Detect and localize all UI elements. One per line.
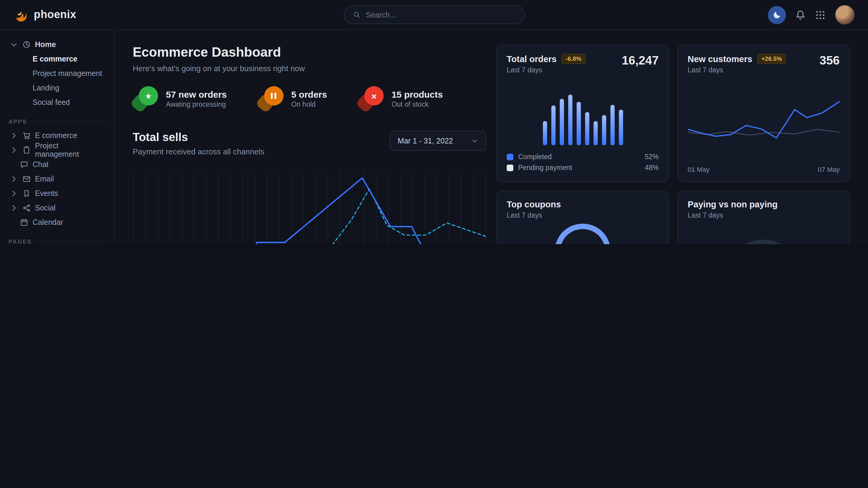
- total-orders-badge: -6.8%: [561, 54, 585, 64]
- total-sells-chart: 01 May15 May30 May: [133, 169, 486, 244]
- legend-label: Completed: [518, 153, 552, 160]
- stat-out-of-stock: ×15 productsOut of stock: [358, 86, 443, 110]
- legend-label: Pending payment: [518, 164, 572, 171]
- sidebar-item-home[interactable]: Home: [6, 37, 108, 52]
- apps-grid-icon: [815, 9, 826, 20]
- total-orders-card: Total orders -6.8% Last 7 days 16,247 Co…: [496, 44, 669, 182]
- star-icon: ★: [133, 86, 158, 110]
- sidebar-item-landing[interactable]: Landing: [6, 81, 108, 95]
- caret-right-icon: [10, 175, 18, 183]
- chevron-down-icon: [471, 137, 478, 144]
- caret-right-icon: [10, 146, 18, 154]
- email-icon: [22, 175, 31, 183]
- caret-down-icon: [10, 40, 18, 49]
- sidebar-item-apps-social[interactable]: Social: [6, 201, 108, 215]
- top-coupons-donut-chart: 72%: [555, 224, 611, 244]
- order-bar: [542, 121, 547, 145]
- top-coupons-center-label: 72%: [555, 224, 611, 244]
- total-orders-period: Last 7 days: [507, 66, 586, 73]
- sidebar-section-pages: PAGES: [8, 238, 105, 244]
- kpi-cards: Total orders -6.8% Last 7 days 16,247 Co…: [496, 44, 850, 244]
- order-bar: [585, 112, 589, 145]
- events-icon: [22, 189, 31, 198]
- new-customers-line-chart: [688, 95, 840, 157]
- date-range-value: Mar 1 - 31, 2022: [398, 136, 453, 145]
- top-coupons-card: Top coupons Last 7 days 72% Percentage d…: [496, 191, 669, 244]
- main-content: Ecommerce Dashboard Here's what's going …: [115, 30, 868, 244]
- sidebar-section-apps: APPS: [8, 118, 105, 125]
- total-sells-subtitle: Payment received across all channels: [133, 147, 264, 156]
- sidebar-item-social-feed[interactable]: Social feed: [6, 95, 108, 110]
- sidebar-item-apps-email[interactable]: Email: [6, 172, 108, 186]
- legend-item-pending-payment: Pending payment48%: [507, 162, 659, 173]
- navbar-search-input[interactable]: Search...: [343, 5, 525, 24]
- legend-value: 52%: [645, 153, 659, 160]
- caret-right-icon: [10, 189, 18, 198]
- sidebar-item-apps-events[interactable]: Events: [6, 186, 108, 201]
- top-coupons-period: Last 7 days: [507, 212, 561, 219]
- order-bar: [593, 121, 597, 145]
- e-commerce-icon: [22, 131, 31, 140]
- page-title: Ecommerce Dashboard: [133, 44, 486, 60]
- total-sells-line-chart: [133, 169, 486, 244]
- theme-toggle-button[interactable]: [768, 6, 786, 24]
- pause-icon: [258, 86, 283, 110]
- total-sells-title: Total sells: [133, 131, 264, 144]
- stat-awating-processing: ★57 new ordersAwating processing: [133, 86, 227, 110]
- sidebar-item-apps-chat[interactable]: Chat: [6, 157, 108, 172]
- navbar-actions: [768, 5, 855, 25]
- brand[interactable]: phoenix: [13, 7, 76, 23]
- top-navbar: phoenix Search...: [0, 0, 868, 30]
- apps-grid-button[interactable]: [815, 9, 826, 20]
- new-customers-title: New customers: [688, 54, 752, 64]
- order-bar: [559, 99, 564, 145]
- caret-right-icon: [10, 131, 18, 140]
- new-customers-value: 356: [819, 54, 840, 67]
- order-stats: ★57 new ordersAwating processing5 orders…: [133, 86, 486, 110]
- paying-card: Paying vs non paying Last 7 days Paying …: [677, 191, 850, 244]
- new-customers-card: New customers +26.5% Last 7 days 356 01 …: [677, 44, 850, 182]
- legend-marker: [507, 164, 513, 171]
- dashboard-left-column: Ecommerce Dashboard Here's what's going …: [133, 44, 486, 244]
- calendar-icon: [20, 218, 28, 227]
- stat-value: 15 products: [392, 89, 443, 99]
- notifications-button[interactable]: [795, 9, 806, 20]
- stat-value: 57 new orders: [166, 89, 227, 99]
- stat-caption: On hold: [291, 100, 327, 108]
- new-customers-x-labels: 01 May07 May: [688, 161, 840, 173]
- stat-on-hold: 5 ordersOn hold: [258, 86, 327, 110]
- stat-value: 5 orders: [291, 89, 327, 99]
- bell-icon: [795, 9, 806, 20]
- paying-title: Paying vs non paying: [688, 199, 777, 209]
- x-icon: ×: [358, 86, 384, 110]
- home-icon: [22, 40, 31, 49]
- app-root: phoenix Search... HomeE commerceProject …: [0, 0, 868, 244]
- paying-period: Last 7 days: [688, 212, 777, 219]
- sidebar-item-project-management[interactable]: Project management: [6, 66, 108, 81]
- order-bar: [619, 110, 623, 145]
- total-orders-value: 16,247: [622, 54, 659, 67]
- brand-name: phoenix: [34, 8, 76, 21]
- phoenix-logo-icon: [13, 7, 29, 23]
- sidebar: HomeE commerceProject managementLandingS…: [0, 30, 115, 244]
- social-icon: [22, 204, 31, 212]
- chat-icon: [20, 160, 28, 169]
- legend-item-completed: Completed52%: [507, 151, 659, 162]
- new-customers-period: Last 7 days: [688, 66, 786, 73]
- sidebar-item-apps-project-management[interactable]: Project management: [6, 143, 108, 157]
- x-tick-label: 01 May: [688, 166, 709, 173]
- search-icon: [352, 11, 361, 19]
- sidebar-item-apps-calendar[interactable]: Calendar: [6, 215, 108, 230]
- new-customers-badge: +26.5%: [757, 54, 786, 64]
- x-tick-label: 07 May: [818, 166, 840, 173]
- order-bar: [551, 106, 555, 145]
- date-range-select[interactable]: Mar 1 - 31, 2022: [390, 131, 486, 151]
- order-bar: [602, 115, 606, 145]
- order-bar: [568, 95, 572, 145]
- navbar-search-placeholder: Search...: [366, 10, 396, 19]
- order-bar: [576, 102, 581, 145]
- sidebar-item-e-commerce[interactable]: E commerce: [6, 52, 108, 66]
- sidebar-item-apps-e-commerce[interactable]: E commerce: [6, 128, 108, 143]
- user-avatar[interactable]: [835, 5, 855, 25]
- moon-icon: [772, 10, 781, 19]
